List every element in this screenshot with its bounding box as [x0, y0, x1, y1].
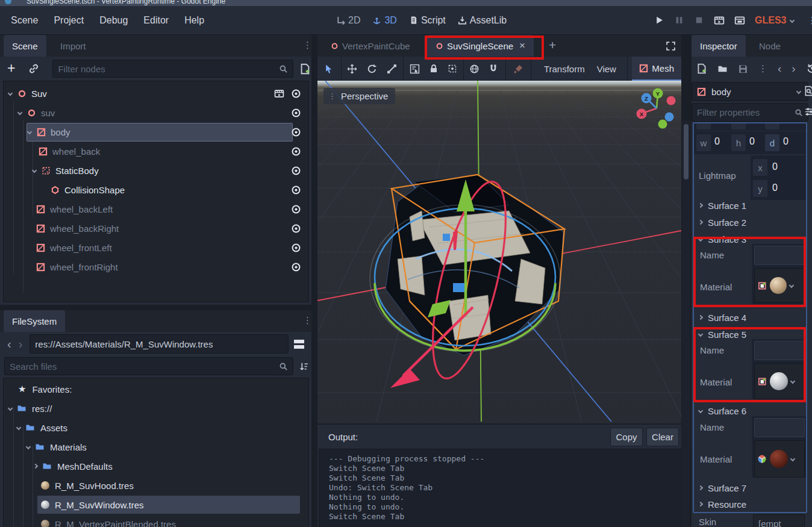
output-log[interactable]: --- Debugging process stopped --- Switch… [319, 449, 691, 527]
node-selector-dropdown[interactable]: body [692, 82, 808, 101]
new-scene-tab-button[interactable]: + [549, 38, 556, 52]
pause-button[interactable] [674, 15, 684, 25]
visibility-eye-icon[interactable] [291, 127, 301, 137]
file-row-meshdefaults[interactable]: MeshDefaults [4, 457, 308, 476]
surface3-name-input[interactable] [754, 246, 805, 265]
filesystem-dock-menu-icon[interactable]: ⋮ [303, 315, 312, 326]
filter-properties-input[interactable]: Filter properties [692, 103, 808, 122]
tree-row-wheel-frontleft[interactable]: wheel_frontLeft [4, 238, 308, 257]
mesh-menu[interactable]: Mesh [632, 57, 681, 81]
select-tool-icon[interactable] [323, 64, 334, 74]
split-mode-toggle[interactable] [294, 340, 304, 349]
inspector-properties[interactable]: w 0 h 0 d 0 Lightmap x 0 y 0 Surface 1 S… [693, 122, 807, 513]
lock-icon[interactable] [429, 64, 439, 73]
view-menu[interactable]: View [591, 64, 622, 74]
field-h-value[interactable]: 0 [749, 136, 755, 147]
visibility-eye-icon[interactable] [291, 108, 301, 118]
move-tool-icon[interactable] [347, 64, 357, 74]
add-node-button[interactable]: + [7, 60, 15, 76]
history-forward-icon[interactable]: › [792, 62, 795, 75]
surface3-material-dropdown[interactable] [754, 268, 805, 303]
nav-back-icon[interactable]: ‹ [7, 337, 11, 351]
filter-nodes-input[interactable]: Filter nodes [52, 60, 293, 78]
field-d-value[interactable]: 0 [783, 136, 789, 147]
menubar-overflow-icon[interactable]: ⋮ [807, 15, 812, 26]
file-row-favorites[interactable]: ★ Favorites: [4, 379, 308, 399]
collapse-icon[interactable] [8, 406, 13, 411]
local-space-icon[interactable] [469, 64, 479, 74]
collapse-icon[interactable] [17, 110, 22, 115]
nav-forward-icon[interactable]: › [19, 337, 23, 351]
section-resource[interactable]: Resource [696, 496, 807, 513]
tree-row-wheel-backleft[interactable]: wheel_backLeft [4, 199, 308, 219]
surface5-material-dropdown[interactable] [754, 363, 805, 399]
surface6-name-input[interactable] [754, 418, 805, 437]
lightmap-x-value[interactable]: 0 [772, 161, 778, 172]
instance-scene-button[interactable] [28, 63, 39, 74]
section-surface-1[interactable]: Surface 1 [696, 197, 807, 214]
file-row-suvwindow[interactable]: R_M_SuvWindow.tres [4, 495, 308, 514]
close-tab-icon[interactable]: × [519, 40, 525, 52]
file-row-vertexpaintblended[interactable]: R_M_VertexPaintBlended.tres [4, 514, 308, 527]
tree-row-suv-root[interactable]: Suv [4, 84, 308, 103]
visibility-eye-icon[interactable] [291, 223, 301, 234]
tab-inspector[interactable]: Inspector [692, 35, 746, 57]
expand-viewport-icon[interactable] [666, 41, 676, 51]
surface6-material-dropdown[interactable] [754, 440, 805, 478]
tree-row-suv-child[interactable]: suv [4, 103, 308, 122]
mode-2d-button[interactable]: 2D [336, 15, 360, 26]
clear-button[interactable]: Clear [646, 428, 679, 446]
mode-3d-button[interactable]: 3D [372, 15, 396, 26]
rotate-tool-icon[interactable] [367, 64, 377, 74]
section-surface-7[interactable]: Surface 7 [696, 479, 807, 496]
search-files-input[interactable]: Search files [4, 357, 293, 375]
section-surface-4[interactable]: Surface 4 [696, 309, 807, 326]
file-row-materials[interactable]: Materials [4, 437, 308, 457]
perspective-menu[interactable]: ⋮ Perspective [323, 88, 395, 104]
tab-node[interactable]: Node [751, 35, 789, 57]
tab-filesystem[interactable]: FileSystem [4, 310, 65, 332]
file-row-assets[interactable]: Assets [4, 418, 308, 437]
visibility-eye-icon[interactable] [291, 243, 301, 253]
mode-assetlib-button[interactable]: AssetLib [458, 15, 507, 26]
load-resource-icon[interactable] [717, 64, 728, 74]
file-row-suvhood[interactable]: R_M_SuvHood.tres [4, 476, 308, 495]
collapse-icon[interactable] [33, 464, 38, 469]
stop-button[interactable] [694, 15, 704, 25]
mode-script-button[interactable]: Script [409, 15, 446, 26]
snap-magnet-icon[interactable] [489, 64, 498, 73]
visibility-eye-icon[interactable] [291, 89, 301, 99]
tab-scene[interactable]: Scene [4, 35, 46, 57]
scene-tab-vertexpaintcube[interactable]: VertexPaintCube [322, 35, 419, 57]
collapse-icon[interactable] [26, 444, 31, 449]
tree-row-staticbody[interactable]: StaticBody [4, 161, 308, 180]
group-icon[interactable] [448, 64, 457, 73]
section-surface-2[interactable]: Surface 2 [696, 214, 807, 231]
menu-scene[interactable]: Scene [4, 15, 45, 26]
scale-tool-icon[interactable] [387, 64, 397, 74]
visibility-eye-icon[interactable] [291, 146, 301, 157]
inspector-scrollbar[interactable] [682, 120, 690, 527]
skin-value-dropdown[interactable]: [empt [753, 514, 805, 527]
menu-editor[interactable]: Editor [136, 15, 176, 26]
field-w-value[interactable]: 0 [714, 136, 720, 147]
scene-tab-suvsinglescene[interactable]: SuvSingleScene × [427, 35, 534, 57]
menu-debug[interactable]: Debug [92, 15, 135, 26]
resource-options-icon[interactable]: ⋮ [758, 63, 767, 74]
play-custom-scene-button[interactable] [734, 15, 745, 26]
menu-project[interactable]: Project [46, 15, 91, 26]
property-tools-icon[interactable] [804, 107, 812, 117]
tab-import[interactable]: Import [52, 35, 95, 57]
current-path-field[interactable]: res://Assets/Materials/R_M_SuvWindow.tre… [30, 334, 289, 354]
history-icon[interactable] [806, 63, 812, 74]
surface5-name-input[interactable] [754, 341, 805, 360]
orientation-gizmo[interactable]: X Y Z [634, 86, 679, 131]
collapse-icon[interactable] [8, 91, 13, 96]
tree-row-wheel-frontright[interactable]: wheel_frontRight [4, 257, 308, 276]
save-resource-icon[interactable] [738, 64, 748, 74]
viewport-3d[interactable]: ⋮ Perspective X Y Z [317, 81, 681, 423]
visibility-eye-icon[interactable] [291, 204, 301, 214]
visibility-eye-icon[interactable] [291, 262, 301, 272]
scene-dock-menu-icon[interactable]: ⋮ [303, 40, 312, 51]
lightmap-y-value[interactable]: 0 [772, 182, 778, 193]
